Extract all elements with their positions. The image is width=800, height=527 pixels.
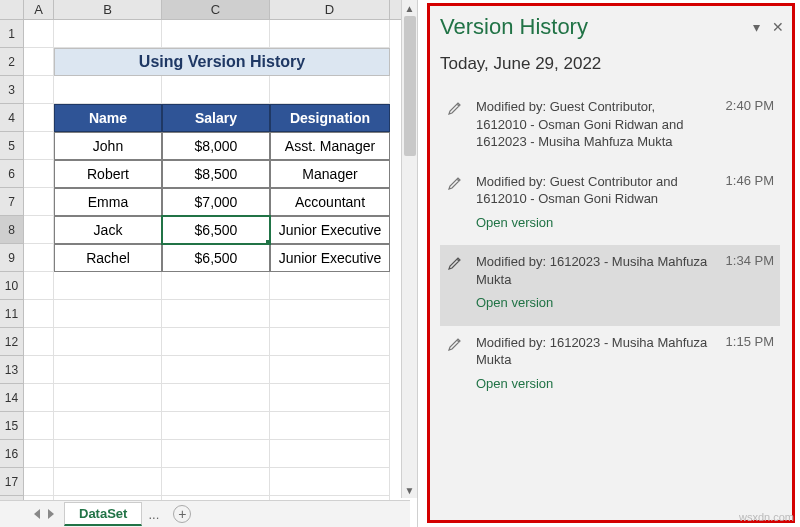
cell[interactable] xyxy=(54,440,162,468)
open-version-link[interactable]: Open version xyxy=(476,214,708,232)
add-sheet-button[interactable]: + xyxy=(173,505,191,523)
cell[interactable] xyxy=(24,328,54,356)
table-cell[interactable]: Accountant xyxy=(270,188,390,216)
cell[interactable] xyxy=(24,272,54,300)
table-header-cell[interactable]: Salary xyxy=(162,104,270,132)
open-version-link[interactable]: Open version xyxy=(476,294,708,312)
table-cell[interactable]: Robert xyxy=(54,160,162,188)
cell[interactable] xyxy=(24,76,54,104)
cell[interactable] xyxy=(54,76,162,104)
cell[interactable] xyxy=(54,20,162,48)
cell[interactable] xyxy=(162,440,270,468)
cell[interactable] xyxy=(270,272,390,300)
table-header-cell[interactable]: Name xyxy=(54,104,162,132)
row-header[interactable]: 10 xyxy=(0,272,24,300)
cell[interactable] xyxy=(54,468,162,496)
cell[interactable] xyxy=(24,300,54,328)
pane-menu-icon[interactable]: ▾ xyxy=(753,19,760,35)
pane-close-icon[interactable]: ✕ xyxy=(772,19,784,35)
table-cell[interactable]: $6,500 xyxy=(162,244,270,272)
row-header[interactable]: 14 xyxy=(0,384,24,412)
scroll-up-button[interactable]: ▲ xyxy=(402,0,417,16)
row-header[interactable]: 11 xyxy=(0,300,24,328)
sheet-tab-more[interactable]: ... xyxy=(142,507,165,522)
vertical-scrollbar[interactable]: ▲ ▼ xyxy=(401,0,417,498)
table-cell[interactable]: Jack xyxy=(54,216,162,244)
cell[interactable] xyxy=(162,356,270,384)
table-cell[interactable]: $8,500 xyxy=(162,160,270,188)
cell[interactable] xyxy=(270,76,390,104)
cell[interactable] xyxy=(54,328,162,356)
row-header[interactable]: 2 xyxy=(0,48,24,76)
row-header[interactable]: 1 xyxy=(0,20,24,48)
row-header[interactable]: 13 xyxy=(0,356,24,384)
cell[interactable] xyxy=(24,412,54,440)
row-header[interactable]: 12 xyxy=(0,328,24,356)
row-header[interactable]: 4 xyxy=(0,104,24,132)
cell[interactable] xyxy=(270,356,390,384)
tab-nav-prev-icon[interactable] xyxy=(34,509,40,519)
tab-nav-next-icon[interactable] xyxy=(48,509,54,519)
version-item[interactable]: Modified by: 1612023 - Musiha Mahfuza Mu… xyxy=(440,245,780,326)
title-cell[interactable]: Using Version History xyxy=(54,48,390,76)
cell[interactable] xyxy=(24,188,54,216)
cell[interactable] xyxy=(24,356,54,384)
sheet-tab-dataset[interactable]: DataSet xyxy=(64,502,142,526)
row-header[interactable]: 9 xyxy=(0,244,24,272)
cell[interactable] xyxy=(162,272,270,300)
cell[interactable] xyxy=(162,468,270,496)
cell[interactable] xyxy=(270,328,390,356)
table-cell[interactable]: Asst. Manager xyxy=(270,132,390,160)
row-header[interactable]: 5 xyxy=(0,132,24,160)
cell[interactable] xyxy=(24,48,54,76)
col-header-A[interactable]: A xyxy=(24,0,54,19)
cell[interactable] xyxy=(270,384,390,412)
cell[interactable] xyxy=(162,76,270,104)
cell[interactable] xyxy=(24,468,54,496)
cell[interactable] xyxy=(24,160,54,188)
cell[interactable] xyxy=(24,244,54,272)
row-header[interactable]: 7 xyxy=(0,188,24,216)
row-header[interactable]: 6 xyxy=(0,160,24,188)
cell[interactable] xyxy=(54,272,162,300)
cell[interactable] xyxy=(24,20,54,48)
cell[interactable] xyxy=(162,20,270,48)
row-header[interactable]: 8 xyxy=(0,216,24,244)
cell[interactable] xyxy=(270,20,390,48)
table-cell[interactable]: $7,000 xyxy=(162,188,270,216)
cell[interactable] xyxy=(24,132,54,160)
select-all-corner[interactable] xyxy=(0,0,24,19)
row-header[interactable]: 17 xyxy=(0,468,24,496)
scroll-down-button[interactable]: ▼ xyxy=(402,482,417,498)
col-header-C[interactable]: C xyxy=(162,0,270,19)
scroll-thumb[interactable] xyxy=(404,16,416,156)
version-item[interactable]: Modified by: 1612023 - Musiha Mahfuza Mu… xyxy=(440,326,780,407)
cell[interactable] xyxy=(270,300,390,328)
cell[interactable] xyxy=(24,440,54,468)
cell[interactable] xyxy=(24,384,54,412)
cell[interactable] xyxy=(270,440,390,468)
version-item[interactable]: Modified by: Guest Contributor, 1612010 … xyxy=(440,90,780,165)
cell[interactable] xyxy=(270,412,390,440)
table-cell[interactable]: Rachel xyxy=(54,244,162,272)
cell[interactable] xyxy=(24,104,54,132)
table-cell[interactable]: Junior Executive xyxy=(270,244,390,272)
open-version-link[interactable]: Open version xyxy=(476,375,708,393)
cell[interactable] xyxy=(54,384,162,412)
cell[interactable] xyxy=(270,468,390,496)
cell[interactable] xyxy=(162,384,270,412)
table-cell[interactable]: $6,500 xyxy=(162,216,270,244)
row-header[interactable]: 15 xyxy=(0,412,24,440)
cell[interactable] xyxy=(54,300,162,328)
table-cell[interactable]: John xyxy=(54,132,162,160)
cell[interactable] xyxy=(162,412,270,440)
cell[interactable] xyxy=(162,300,270,328)
table-cell[interactable]: Manager xyxy=(270,160,390,188)
table-cell[interactable]: $8,000 xyxy=(162,132,270,160)
version-item[interactable]: Modified by: Guest Contributor and 16120… xyxy=(440,165,780,246)
col-header-B[interactable]: B xyxy=(54,0,162,19)
cell[interactable] xyxy=(54,412,162,440)
table-cell[interactable]: Emma xyxy=(54,188,162,216)
col-header-D[interactable]: D xyxy=(270,0,390,19)
row-header[interactable]: 3 xyxy=(0,76,24,104)
